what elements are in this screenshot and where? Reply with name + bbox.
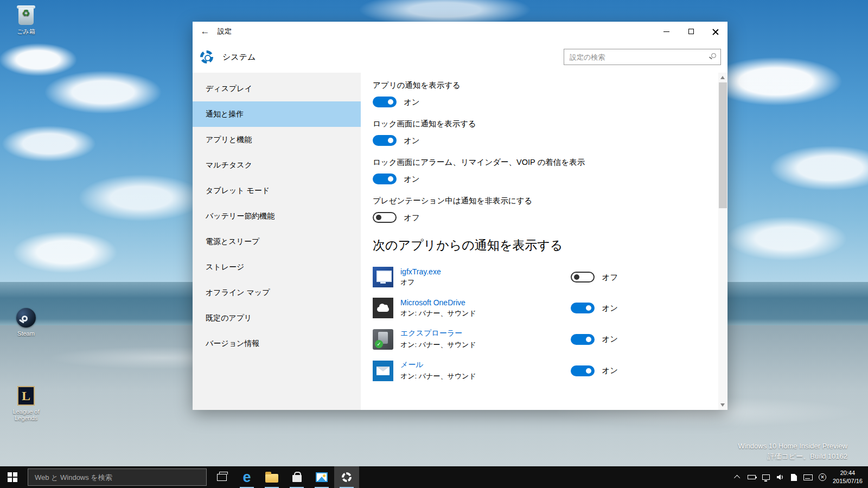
sidebar-item-tablet-mode[interactable]: タブレット モード: [193, 178, 361, 203]
sidebar-item-offline-maps[interactable]: オフライン マップ: [193, 280, 361, 305]
folder-icon: [265, 474, 278, 483]
app-status: オン: バナー、サウンド: [400, 309, 571, 318]
watermark-line1: Windows 10 Home Insider Preview: [738, 441, 847, 452]
maximize-icon: [688, 29, 694, 34]
back-arrow-icon: ←: [201, 26, 210, 37]
app-status: オフ: [400, 278, 571, 287]
volume-button[interactable]: [773, 466, 787, 488]
minimize-button[interactable]: [654, 22, 679, 41]
chevron-up-icon: [734, 475, 740, 481]
toggle-state-label: オフ: [404, 213, 420, 223]
igfxtray-icon: [373, 267, 393, 287]
toggle-mail[interactable]: [571, 365, 595, 376]
recycle-bin-icon: ♻: [15, 4, 37, 26]
back-button[interactable]: ←: [193, 22, 218, 41]
sidebar-item-notifications-actions[interactable]: 通知と操作: [193, 101, 361, 127]
battery-button[interactable]: [745, 466, 759, 488]
taskbar: e ✕ 20:44: [0, 466, 868, 488]
onedrive-icon: [373, 298, 393, 318]
sidebar-item-default-apps[interactable]: 既定のアプリ: [193, 305, 361, 331]
toggle-lockscreen-alarms[interactable]: [373, 174, 397, 184]
sidebar-item-apps-features[interactable]: アプリと機能: [193, 127, 361, 152]
settings-search: [564, 49, 721, 65]
settings-window: ← 設定 システム ディスプレイ 通知と操作 アプリと機能 マルチ: [193, 22, 727, 410]
scrollbar-thumb[interactable]: [719, 82, 727, 208]
explorer-icon: ✓: [373, 329, 393, 350]
edge-button[interactable]: e: [234, 466, 259, 488]
setting-lockscreen-notifications: ロック画面に通知を表示する オン: [373, 119, 706, 146]
setting-lockscreen-alarms: ロック画面にアラーム、リマインダー、VOIP の着信を表示 オン: [373, 157, 706, 184]
toggle-state-label: オフ: [602, 272, 618, 282]
app-row-igfxtray: igfxTray.exe オフ オフ: [373, 267, 618, 287]
clock-time: 20:44: [833, 469, 863, 477]
store-button[interactable]: [284, 466, 309, 488]
desktop-icon-league-of-legends[interactable]: L League of Legends: [9, 385, 43, 421]
x-circle-icon: ✕: [819, 473, 826, 481]
clock-date: 2015/07/16: [833, 477, 863, 485]
close-button[interactable]: [703, 22, 727, 41]
notifications-settings-panel: アプリの通知を表示する オン ロック画面に通知を表示する オン ロック画面にアラ…: [361, 73, 727, 410]
toggle-state-label: オン: [404, 97, 420, 107]
toggle-state-label: オン: [602, 365, 618, 376]
window-title: 設定: [218, 27, 232, 36]
titlebar[interactable]: ← 設定: [193, 22, 727, 41]
taskbar-search-input[interactable]: [28, 473, 206, 481]
task-view-icon: [217, 474, 227, 481]
photos-icon: [316, 472, 328, 482]
settings-taskbar-button[interactable]: [334, 466, 359, 488]
league-of-legends-label: League of Legends: [9, 408, 43, 421]
app-name-link[interactable]: igfxTray.exe: [400, 267, 571, 276]
insider-watermark: Windows 10 Home Insider Preview 評価コピー。Bu…: [738, 441, 847, 462]
network-button[interactable]: [759, 466, 773, 488]
scroll-up-icon[interactable]: [720, 76, 725, 79]
photos-button[interactable]: [309, 466, 334, 488]
watermark-line2: 評価コピー。Build 10162: [738, 452, 847, 462]
sidebar-item-about[interactable]: バージョン情報: [193, 331, 361, 356]
league-of-legends-icon: L: [15, 385, 37, 407]
app-name-link[interactable]: Microsoft OneDrive: [400, 298, 571, 307]
sidebar-item-storage[interactable]: ストレージ: [193, 254, 361, 280]
sidebar-item-display[interactable]: ディスプレイ: [193, 76, 361, 101]
file-explorer-button[interactable]: [259, 466, 284, 488]
content-scrollbar[interactable]: [718, 73, 727, 410]
toggle-app-notifications[interactable]: [373, 97, 397, 107]
scroll-down-icon[interactable]: [720, 403, 725, 407]
toggle-onedrive[interactable]: [571, 303, 595, 313]
ime-keyboard-button[interactable]: [801, 466, 815, 488]
taskbar-clock[interactable]: 20:44 2015/07/16: [833, 469, 863, 485]
gear-icon: [342, 472, 352, 482]
notifications-tray-button[interactable]: [787, 466, 801, 488]
desktop-icon-steam[interactable]: Steam: [9, 307, 43, 337]
desktop-icon-recycle-bin[interactable]: ♻ ごみ箱: [9, 4, 43, 36]
start-button[interactable]: [0, 466, 25, 488]
sidebar-item-battery-saver[interactable]: バッテリー節約機能: [193, 203, 361, 229]
minimize-icon: [663, 31, 669, 32]
toggle-hide-during-presentation[interactable]: [373, 212, 397, 223]
task-view-button[interactable]: [209, 466, 234, 488]
maximize-button[interactable]: [679, 22, 703, 41]
settings-search-input[interactable]: [564, 49, 721, 65]
app-row-mail: メール オン: バナー、サウンド オン: [373, 360, 618, 381]
setting-label: ロック画面にアラーム、リマインダー、VOIP の着信を表示: [373, 157, 706, 168]
app-name-link[interactable]: メール: [400, 360, 571, 370]
tray-chevron-button[interactable]: [731, 466, 745, 488]
mail-icon: [373, 361, 393, 381]
app-status: オン: バナー、サウンド: [400, 371, 571, 381]
app-status: オン: バナー、サウンド: [400, 340, 571, 350]
app-row-onedrive: Microsoft OneDrive オン: バナー、サウンド オン: [373, 298, 618, 318]
status-close-button[interactable]: ✕: [815, 466, 829, 488]
toggle-state-label: オン: [404, 174, 420, 184]
toggle-explorer[interactable]: [571, 334, 595, 345]
keyboard-icon: [803, 474, 813, 480]
app-name-link[interactable]: エクスプローラー: [400, 329, 571, 338]
toggle-lockscreen-notifications[interactable]: [373, 135, 397, 146]
setting-label: プレゼンテーション中は通知を非表示にする: [373, 196, 706, 206]
toggle-state-label: オン: [404, 136, 420, 146]
toggle-igfxtray[interactable]: [571, 272, 595, 282]
setting-label: アプリの通知を表示する: [373, 80, 706, 91]
sidebar-item-multitasking[interactable]: マルチタスク: [193, 152, 361, 178]
app-row-explorer: ✓ エクスプローラー オン: バナー、サウンド オン: [373, 329, 618, 350]
settings-sidebar: ディスプレイ 通知と操作 アプリと機能 マルチタスク タブレット モード バッテ…: [193, 73, 361, 410]
sidebar-item-power-sleep[interactable]: 電源とスリープ: [193, 229, 361, 254]
apps-section-title: 次のアプリからの通知を表示する: [373, 237, 706, 254]
